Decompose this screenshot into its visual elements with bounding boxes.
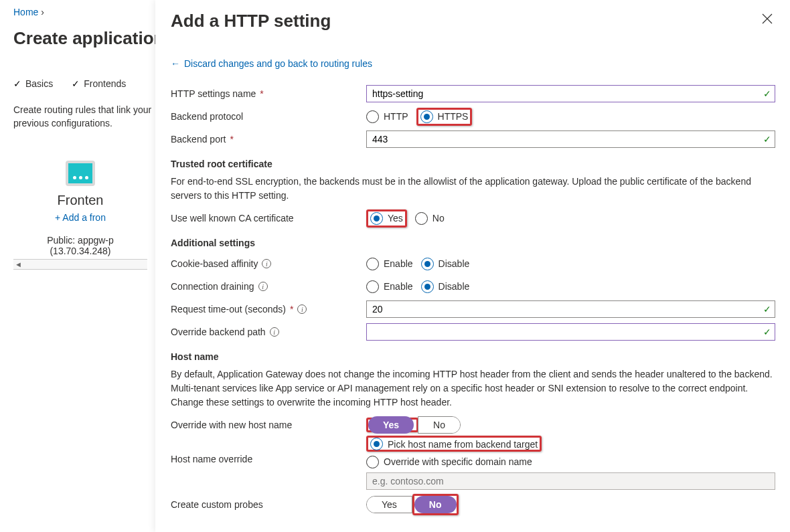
probes-no[interactable]: No <box>414 496 457 513</box>
host-name-override-label: Host name override <box>171 438 366 464</box>
cookie-disable-label: Disable <box>439 258 470 269</box>
pick-host-radio[interactable]: Pick host name from backend target <box>370 438 538 450</box>
specific-domain-radio[interactable]: Override with specific domain name <box>366 456 532 468</box>
frontend-ip: (13.70.34.248) <box>13 246 147 256</box>
drain-enable-label: Enable <box>384 281 413 292</box>
ca-no-radio[interactable]: No <box>415 212 445 225</box>
probes-yes[interactable]: Yes <box>367 497 412 513</box>
valid-check-icon: ✓ <box>763 327 771 337</box>
cookie-disable-radio[interactable]: Disable <box>421 258 470 270</box>
pick-host-label: Pick host name from backend target <box>388 439 538 450</box>
close-icon <box>762 13 773 24</box>
frontends-icon <box>66 161 95 186</box>
tab-basics-label: Basics <box>25 78 53 89</box>
http-setting-panel: Add a HTTP setting ← Discard changes and… <box>155 0 790 532</box>
cookie-affinity-label: Cookie-based affinity i <box>171 258 366 269</box>
add-frontend-link[interactable]: + Add a fron <box>55 212 106 223</box>
request-timeout-label: Request time-out (seconds)* i <box>171 304 366 315</box>
tab-frontends[interactable]: ✓ Frontends <box>72 78 126 89</box>
name-label: HTTP settings name* <box>171 88 366 99</box>
valid-check-icon: ✓ <box>763 88 771 99</box>
info-icon[interactable]: i <box>297 304 307 314</box>
frontend-public-label: Public: appgw-p <box>13 235 147 246</box>
http-settings-name-input[interactable] <box>366 85 775 102</box>
chevron-right-icon: › <box>41 7 44 17</box>
request-timeout-input[interactable] <box>366 300 775 318</box>
backend-protocol-label: Backend protocol <box>171 111 366 122</box>
drain-disable-radio[interactable]: Disable <box>421 280 470 293</box>
tab-basics[interactable]: ✓ Basics <box>13 78 53 89</box>
highlight-override-yes: Yes <box>366 418 418 432</box>
info-icon[interactable]: i <box>262 259 271 268</box>
trusted-cert-description: For end-to-end SSL encryption, the backe… <box>171 175 775 203</box>
host-name-heading: Host name <box>171 351 775 362</box>
page-subtext: Create routing rules that link your prev… <box>13 104 161 130</box>
override-backend-path-input[interactable] <box>366 323 775 341</box>
override-host-label: Override with new host name <box>171 420 366 430</box>
check-icon: ✓ <box>72 78 80 89</box>
tab-frontends-label: Frontends <box>84 78 126 89</box>
drain-disable-label: Disable <box>439 281 470 292</box>
override-host-no[interactable]: No <box>418 417 460 433</box>
info-icon[interactable]: i <box>270 327 279 337</box>
ca-cert-label: Use well known CA certificate <box>171 213 366 224</box>
highlight-probes-no: No <box>412 494 459 515</box>
ca-yes-label: Yes <box>388 213 403 224</box>
domain-name-input <box>366 472 775 490</box>
trusted-cert-heading: Trusted root certificate <box>171 159 775 169</box>
backend-port-input[interactable] <box>366 130 775 148</box>
panel-title: Add a HTTP setting <box>171 11 331 31</box>
frontends-box: Fronten + Add a fron Public: appgw-p (13… <box>13 161 147 270</box>
close-button[interactable] <box>759 11 775 29</box>
protocol-http-radio[interactable]: HTTP <box>366 110 408 123</box>
valid-check-icon: ✓ <box>763 134 771 145</box>
ca-yes-radio[interactable]: Yes <box>370 212 403 225</box>
discard-link-label: Discard changes and go back to routing r… <box>184 58 372 69</box>
cookie-enable-radio[interactable]: Enable <box>366 258 413 270</box>
additional-settings-heading: Additional settings <box>171 238 775 248</box>
frontends-title: Fronten <box>13 193 147 208</box>
override-backend-path-label: Override backend path i <box>171 327 366 337</box>
valid-check-icon: ✓ <box>763 304 771 315</box>
arrow-left-icon: ← <box>171 58 180 69</box>
drain-enable-radio[interactable]: Enable <box>366 280 413 293</box>
info-icon[interactable]: i <box>258 282 268 291</box>
specific-domain-label: Override with specific domain name <box>384 456 532 467</box>
custom-probes-label: Create custom probes <box>171 499 366 510</box>
connection-draining-label: Connection draining i <box>171 281 366 292</box>
override-host-yes[interactable]: Yes <box>368 416 414 434</box>
backend-port-label: Backend port* <box>171 134 366 145</box>
scroll-left-icon[interactable]: ◄ <box>15 260 22 268</box>
discard-link[interactable]: ← Discard changes and go back to routing… <box>171 58 775 69</box>
horizontal-scrollbar[interactable]: ◄ <box>13 259 147 270</box>
highlight-https: HTTPS <box>416 108 473 126</box>
ca-no-label: No <box>432 213 445 224</box>
highlight-pick-host: Pick host name from backend target <box>366 436 542 452</box>
protocol-https-label: HTTPS <box>438 111 469 122</box>
check-icon: ✓ <box>13 78 21 89</box>
protocol-https-radio[interactable]: HTTPS <box>420 110 469 123</box>
highlight-ca-yes: Yes <box>366 209 407 228</box>
protocol-http-label: HTTP <box>384 111 408 122</box>
breadcrumb-home[interactable]: Home <box>13 7 38 17</box>
host-name-description: By default, Application Gateway does not… <box>171 367 775 410</box>
cookie-enable-label: Enable <box>384 258 413 269</box>
